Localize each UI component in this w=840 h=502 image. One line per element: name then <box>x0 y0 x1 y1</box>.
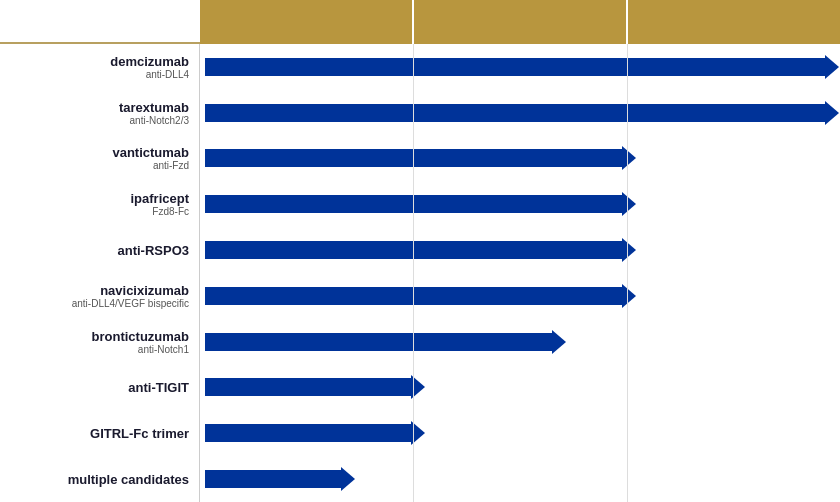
drug-subtitle: anti-DLL4/VEGF bispecific <box>72 298 189 309</box>
progress-bar <box>205 104 825 122</box>
bar-row <box>200 181 840 227</box>
progress-bar <box>205 470 341 488</box>
progress-bar <box>205 58 825 76</box>
progress-bar <box>205 333 552 351</box>
drug-subtitle: anti-Fzd <box>153 160 189 171</box>
header-empty <box>0 0 200 44</box>
label-item: vantictumabanti-Fzd <box>0 136 199 182</box>
drug-name: anti-TIGIT <box>128 380 189 395</box>
header-phase2 <box>628 0 840 44</box>
drug-name: navicixizumab <box>100 283 189 298</box>
progress-bar <box>205 287 622 305</box>
drug-name: ipafricept <box>130 191 189 206</box>
chart-area <box>200 44 840 502</box>
header-row <box>0 0 840 44</box>
bar-row <box>200 136 840 182</box>
label-item: navicixizumabanti-DLL4/VEGF bispecific <box>0 273 199 319</box>
progress-bar <box>205 195 622 213</box>
drug-subtitle: anti-Notch1 <box>138 344 189 355</box>
bar-row <box>200 227 840 273</box>
label-item: multiple candidates <box>0 456 199 502</box>
drug-name: GITRL-Fc trimer <box>90 426 189 441</box>
labels-column: demcizumabanti-DLL4tarextumabanti-Notch2… <box>0 44 200 502</box>
label-item: demcizumabanti-DLL4 <box>0 44 199 90</box>
drug-name: vantictumab <box>112 145 189 160</box>
bar-row <box>200 44 840 90</box>
bar-row <box>200 273 840 319</box>
progress-bar <box>205 424 411 442</box>
progress-bar <box>205 378 411 396</box>
label-item: brontictuzumabanti-Notch1 <box>0 319 199 365</box>
pipeline-chart: demcizumabanti-DLL4tarextumabanti-Notch2… <box>0 0 840 502</box>
bar-row <box>200 456 840 502</box>
progress-bar <box>205 241 622 259</box>
bar-row <box>200 319 840 365</box>
drug-name: multiple candidates <box>68 472 189 487</box>
header-phase1 <box>414 0 628 44</box>
drug-name: tarextumab <box>119 100 189 115</box>
label-item: GITRL-Fc trimer <box>0 410 199 456</box>
bar-row <box>200 90 840 136</box>
drug-subtitle: Fzd8-Fc <box>152 206 189 217</box>
drug-name: brontictuzumab <box>92 329 190 344</box>
header-preclinical <box>200 0 414 44</box>
label-item: anti-TIGIT <box>0 365 199 411</box>
drug-name: anti-RSPO3 <box>117 243 189 258</box>
progress-bar <box>205 149 622 167</box>
bar-row <box>200 365 840 411</box>
content-area: demcizumabanti-DLL4tarextumabanti-Notch2… <box>0 44 840 502</box>
label-item: anti-RSPO3 <box>0 227 199 273</box>
drug-subtitle: anti-DLL4 <box>146 69 189 80</box>
drug-subtitle: anti-Notch2/3 <box>130 115 189 126</box>
label-item: ipafriceptFzd8-Fc <box>0 181 199 227</box>
bar-row <box>200 410 840 456</box>
drug-name: demcizumab <box>110 54 189 69</box>
label-item: tarextumabanti-Notch2/3 <box>0 90 199 136</box>
